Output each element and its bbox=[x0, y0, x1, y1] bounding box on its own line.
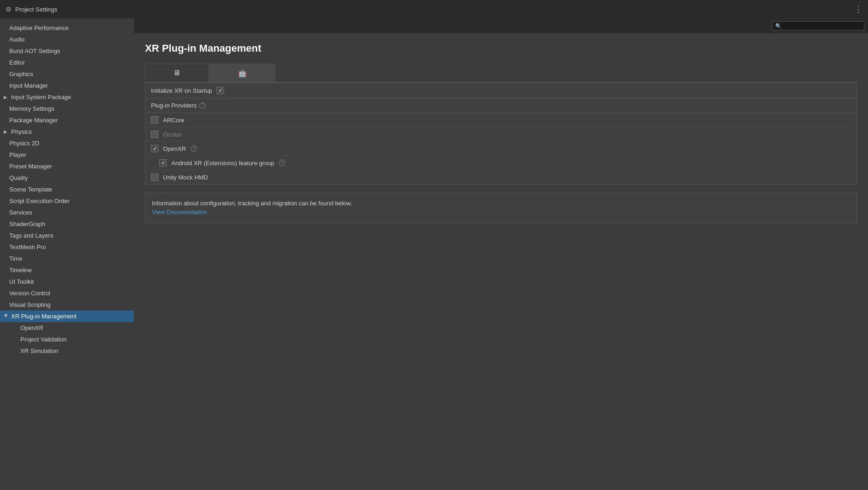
sidebar-item-adaptive-performance[interactable]: Adaptive Performance bbox=[0, 22, 134, 34]
sidebar-label: Editor bbox=[9, 59, 25, 66]
sidebar-item-services[interactable]: Services bbox=[0, 207, 134, 218]
initialize-xr-checkbox[interactable] bbox=[217, 87, 224, 94]
sidebar-child-openxr[interactable]: OpenXR bbox=[0, 322, 134, 334]
main-container: Adaptive Performance Audio Burst AOT Set… bbox=[0, 18, 868, 490]
sidebar-child-label: Project Validation bbox=[20, 336, 66, 343]
sidebar-label: Graphics bbox=[9, 71, 33, 78]
platform-tabs: 🖥 🤖 bbox=[145, 64, 857, 83]
sidebar-label: Timeline bbox=[9, 267, 32, 274]
sidebar-item-timeline[interactable]: Timeline bbox=[0, 264, 134, 276]
content-area: 🔍 XR Plug-in Management 🖥 🤖 Initialize bbox=[134, 18, 868, 490]
sidebar-item-physics[interactable]: ▶ Physics bbox=[0, 126, 134, 137]
android-xr-extensions-label: Android XR (Extensions) feature group bbox=[171, 160, 274, 167]
sidebar-label: Package Manager bbox=[9, 117, 58, 124]
oculus-checkbox[interactable] bbox=[151, 131, 158, 138]
initialize-xr-section: Initialize XR on Startup bbox=[145, 83, 857, 98]
sidebar-item-shader-graph[interactable]: ShaderGraph bbox=[0, 218, 134, 230]
initialize-xr-row: Initialize XR on Startup bbox=[145, 83, 856, 98]
search-input-wrap[interactable]: 🔍 bbox=[772, 21, 864, 30]
search-input[interactable] bbox=[784, 23, 861, 29]
sidebar-label: Input Manager bbox=[9, 82, 48, 89]
info-box: Information about configuration, trackin… bbox=[145, 192, 857, 223]
unity-mock-hmd-checkbox[interactable] bbox=[151, 173, 158, 181]
plugin-providers-header: Plug-in Providers ? bbox=[145, 98, 857, 113]
sidebar-item-graphics[interactable]: Graphics bbox=[0, 68, 134, 80]
sidebar-item-input-manager[interactable]: Input Manager bbox=[0, 80, 134, 91]
provider-oculus: Oculus bbox=[145, 127, 856, 142]
sidebar-label: ShaderGraph bbox=[9, 221, 45, 227]
sidebar-child-xr-simulation[interactable]: XR Simulation bbox=[0, 345, 134, 357]
sidebar-child-project-validation[interactable]: Project Validation bbox=[0, 334, 134, 345]
page-title: XR Plug-in Management bbox=[145, 42, 857, 54]
title-bar: ⚙ Project Settings ⋮ bbox=[0, 0, 868, 18]
sidebar-item-package-manager[interactable]: Package Manager bbox=[0, 114, 134, 126]
providers-list: ARCore Oculus OpenXR ? Android XR (Exten… bbox=[145, 113, 857, 185]
sidebar-label: XR Plug-in Management bbox=[11, 313, 77, 320]
sidebar-item-physics-2d[interactable]: Physics 2D bbox=[0, 137, 134, 149]
sidebar-label: Services bbox=[9, 209, 32, 216]
sidebar-item-scene-template[interactable]: Scene Template bbox=[0, 184, 134, 195]
help-icon[interactable]: ? bbox=[199, 102, 206, 109]
sidebar-label: Version Control bbox=[9, 290, 50, 297]
sidebar-item-quality[interactable]: Quality bbox=[0, 172, 134, 184]
arcore-checkbox[interactable] bbox=[151, 116, 158, 124]
sidebar-label: Tags and Layers bbox=[9, 232, 53, 239]
sidebar-item-visual-scripting[interactable]: Visual Scripting bbox=[0, 299, 134, 311]
sidebar-item-audio[interactable]: Audio bbox=[0, 34, 134, 45]
content-panel: XR Plug-in Management 🖥 🤖 Initialize XR … bbox=[134, 33, 868, 490]
openxr-help-icon[interactable]: ? bbox=[191, 145, 197, 152]
window-title: Project Settings bbox=[15, 6, 57, 13]
provider-arcore: ARCore bbox=[145, 113, 856, 127]
sidebar-label: Visual Scripting bbox=[9, 301, 50, 308]
sidebar-item-textmesh-pro[interactable]: TextMesh Pro bbox=[0, 241, 134, 253]
tab-android[interactable]: 🤖 bbox=[210, 64, 275, 82]
openxr-checkbox[interactable] bbox=[151, 145, 158, 152]
sidebar-child-label: XR Simulation bbox=[20, 347, 58, 354]
sidebar-item-preset-manager[interactable]: Preset Manager bbox=[0, 161, 134, 172]
sidebar-label: Script Execution Order bbox=[9, 197, 70, 204]
android-xr-extensions-help-icon[interactable]: ? bbox=[279, 160, 285, 166]
desktop-icon: 🖥 bbox=[173, 69, 181, 77]
sidebar-label: Burst AOT Settings bbox=[9, 48, 60, 54]
sidebar-item-script-execution-order[interactable]: Script Execution Order bbox=[0, 195, 134, 207]
sidebar-label: Preset Manager bbox=[9, 163, 52, 170]
sidebar-item-ui-toolkit[interactable]: UI Toolkit bbox=[0, 276, 134, 287]
sidebar-item-version-control[interactable]: Version Control bbox=[0, 287, 134, 299]
sidebar-label: Quality bbox=[9, 174, 28, 181]
menu-icon[interactable]: ⋮ bbox=[854, 4, 862, 14]
sidebar-item-input-system-package[interactable]: ▶ Input System Package bbox=[0, 91, 134, 103]
sidebar-item-xr-plugin-management[interactable]: ▶ XR Plug-in Management bbox=[0, 311, 134, 322]
provider-openxr: OpenXR ? bbox=[145, 142, 856, 156]
title-bar-left: ⚙ Project Settings bbox=[6, 6, 57, 13]
provider-unity-mock-hmd: Unity Mock HMD bbox=[145, 170, 856, 184]
sidebar-label: UI Toolkit bbox=[9, 278, 34, 285]
settings-icon: ⚙ bbox=[6, 6, 12, 13]
sidebar-item-editor[interactable]: Editor bbox=[0, 57, 134, 68]
sidebar-item-player[interactable]: Player bbox=[0, 149, 134, 161]
sidebar-label: Physics 2D bbox=[9, 140, 39, 147]
view-documentation-link[interactable]: View Documentation bbox=[152, 209, 850, 215]
initialize-xr-label: Initialize XR on Startup bbox=[151, 87, 212, 94]
sidebar-label: Input System Package bbox=[11, 94, 71, 101]
collapse-arrow-icon: ▶ bbox=[4, 129, 8, 134]
sidebar-item-time[interactable]: Time bbox=[0, 253, 134, 264]
sidebar-label: Physics bbox=[11, 128, 32, 135]
sidebar-item-memory-settings[interactable]: Memory Settings bbox=[0, 103, 134, 114]
sidebar-label: TextMesh Pro bbox=[9, 244, 46, 251]
arcore-label: ARCore bbox=[163, 117, 184, 124]
provider-android-xr-extensions: Android XR (Extensions) feature group ? bbox=[145, 156, 856, 170]
info-text: Information about configuration, trackin… bbox=[152, 200, 352, 207]
sidebar-item-tags-and-layers[interactable]: Tags and Layers bbox=[0, 230, 134, 241]
tab-desktop[interactable]: 🖥 bbox=[145, 64, 209, 82]
sidebar-item-burst-aot[interactable]: Burst AOT Settings bbox=[0, 45, 134, 57]
oculus-label: Oculus bbox=[163, 131, 181, 138]
search-bar: 🔍 bbox=[134, 18, 868, 33]
sidebar-child-label: OpenXR bbox=[20, 324, 43, 331]
sidebar-label: Player bbox=[9, 151, 26, 158]
android-xr-extensions-checkbox[interactable] bbox=[159, 159, 167, 167]
plugin-providers-label: Plug-in Providers bbox=[151, 102, 197, 109]
unity-mock-hmd-label: Unity Mock HMD bbox=[163, 174, 208, 181]
sidebar-label: Memory Settings bbox=[9, 105, 54, 112]
android-icon: 🤖 bbox=[238, 69, 247, 78]
collapse-arrow-icon: ▶ bbox=[4, 314, 9, 319]
